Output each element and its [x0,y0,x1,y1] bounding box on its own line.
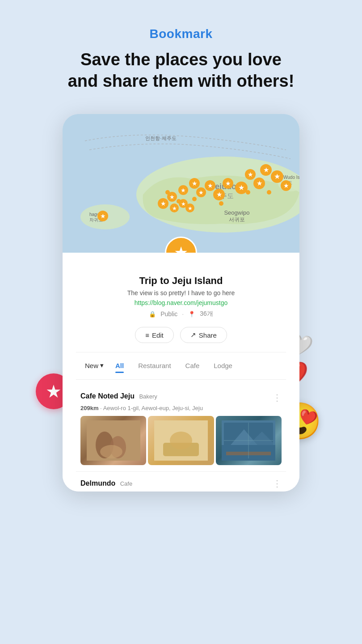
trip-meta: 🔒 Public · 📍 36개 [76,310,286,318]
card-content: Trip to Jeju Island The view is so prett… [63,253,299,491]
svg-text:★: ★ [263,166,269,174]
tab-lodge[interactable]: Lodge [206,359,240,372]
svg-point-48 [177,199,181,203]
edit-label: Edit [152,331,164,339]
place-1-address: 209km · Aewol-ro 1-gil, Aewol-eup, Jeju-… [80,405,282,411]
place-1-name: Cafe Noted Jeju [80,392,135,400]
svg-text:★: ★ [216,191,222,198]
svg-point-47 [165,190,170,195]
place-2-header: Delmundo Cafe ⋮ [80,478,282,489]
svg-point-52 [267,190,271,195]
svg-text:★: ★ [192,180,198,187]
page-label: Bookmark [150,27,213,41]
svg-text:★: ★ [160,200,166,207]
divider [76,352,286,352]
svg-text:Seogwipo: Seogwipo [224,209,249,216]
star-icon: ★ [46,381,62,402]
svg-text:★: ★ [248,171,253,178]
photo-1 [80,416,146,465]
filter-new[interactable]: New ▾ [80,359,108,372]
trip-description: The view is so pretty! I have to go here [76,289,286,297]
place-1-dots[interactable]: ⋮ [273,392,282,403]
svg-text:★: ★ [238,184,244,191]
phone-card: 인천항·제주도 Jejudo 제주도 Seogwipo 서귀포 Wudo Isl… [63,114,299,491]
card-actions: ≡ Edit ↗ Share [76,327,286,343]
lock-icon: 🔒 [149,311,156,318]
edit-icon: ≡ [145,331,149,339]
location-count: 36개 [200,310,213,318]
svg-text:★: ★ [188,205,193,212]
svg-text:★: ★ [257,179,262,187]
place-1-category: Bakery [139,393,157,400]
svg-point-58 [100,445,122,458]
svg-text:★: ★ [274,173,280,180]
trip-title: Trip to Jeju Island [76,275,286,287]
place-2-dots[interactable]: ⋮ [273,478,282,489]
edit-button[interactable]: ≡ Edit [135,327,174,343]
share-icon: ↗ [190,331,196,339]
svg-point-50 [219,201,223,206]
tab-restaurant[interactable]: Restaurant [131,359,178,372]
photo-2 [148,416,214,465]
tab-cafe[interactable]: Cafe [178,359,207,372]
divider2 [76,379,286,380]
headline: Save the places you love and share them … [50,49,312,92]
svg-text:★: ★ [181,187,186,194]
svg-text:Wudo Isla: Wudo Isla [283,175,299,180]
chevron-down-icon: ▾ [100,361,104,369]
photo-3 [216,416,282,465]
share-button[interactable]: ↗ Share [180,327,227,343]
visibility-label: Public [160,310,177,318]
place-1-header: Cafe Noted Jeju Bakery ⋮ [80,392,282,403]
filter-tabs: New ▾ All Restaurant Cafe Lodge [76,359,286,372]
place-1-distance: 209km [80,405,98,411]
place-2-name: Delmundo [80,479,115,487]
svg-text:★: ★ [283,182,289,189]
share-label: Share [199,331,217,339]
trip-link[interactable]: https://blog.naver.com/jejumustgo [76,299,286,306]
tab-all[interactable]: All [108,359,131,372]
svg-text:★: ★ [181,201,186,207]
profile-star-icon: ★ [174,243,188,253]
new-label: New [85,362,98,369]
place-1-addr-text: Aewol-ro 1-gil, Aewol-eup, Jeju-si, Jeju [103,405,203,411]
svg-text:인천항·제주도: 인천항·제주도 [145,136,176,141]
svg-text:★: ★ [169,194,175,200]
svg-text:★: ★ [207,182,213,189]
svg-point-51 [246,190,250,195]
svg-text:★: ★ [225,180,231,187]
svg-text:★: ★ [172,205,177,212]
pin-icon: 📍 [188,311,195,318]
place-item-2: Delmundo Cafe ⋮ [76,472,286,491]
svg-rect-63 [154,420,208,461]
svg-text:★: ★ [198,189,204,196]
svg-point-49 [192,197,197,201]
place-2-category: Cafe [120,480,132,487]
map-area: 인천항·제주도 Jejudo 제주도 Seogwipo 서귀포 Wudo Isl… [63,114,299,253]
svg-text:★: ★ [100,212,106,220]
place-item-1: Cafe Noted Jeju Bakery ⋮ 209km · Aewol-r… [76,386,286,472]
svg-text:서귀포: 서귀포 [229,216,245,223]
place-1-photos [80,416,282,465]
